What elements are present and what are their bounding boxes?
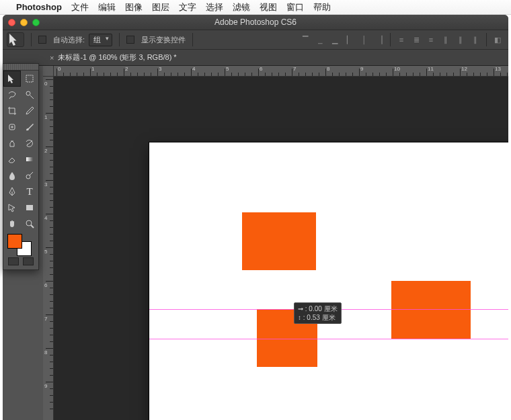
gradient-tool[interactable]	[21, 151, 38, 167]
distribute-hcenter-icon[interactable]: ∥	[454, 33, 467, 46]
align-right-icon[interactable]: ▕	[372, 33, 386, 46]
ruler-horizontal[interactable]: 012345678910111213	[54, 66, 508, 77]
measure-line-2: ↕ : 0.53 厘米	[298, 313, 338, 322]
shape-3[interactable]	[391, 281, 471, 339]
app-name[interactable]: Photoshop	[16, 2, 62, 12]
show-transform-label: 显示变换控件	[141, 35, 186, 45]
eraser-tool[interactable]	[3, 151, 21, 167]
menu-layer[interactable]: 图层	[152, 1, 169, 13]
screen-mode-toggle[interactable]	[23, 257, 34, 265]
auto-select-label: 自动选择:	[53, 35, 85, 45]
minimize-window-button[interactable]	[20, 19, 28, 26]
eyedropper-tool[interactable]	[21, 103, 38, 119]
move-tool[interactable]	[3, 71, 21, 87]
quickmask-toggle[interactable]	[8, 257, 19, 265]
artboard-tool[interactable]	[21, 71, 38, 87]
pen-tool[interactable]	[3, 183, 21, 200]
align-hcenter-icon[interactable]: │	[358, 33, 371, 46]
work-area: 012345678910111213 0123456789 ➞ : 0.00 厘…	[43, 66, 508, 420]
window-title: Adobe Photoshop CS6	[214, 17, 297, 27]
blur-tool[interactable]	[3, 167, 21, 183]
type-tool[interactable]: T	[21, 183, 38, 200]
menu-view[interactable]: 视图	[260, 1, 277, 13]
svg-point-1	[26, 91, 30, 95]
history-brush-tool[interactable]	[21, 135, 38, 151]
svg-rect-5	[26, 205, 33, 210]
divider	[31, 33, 32, 46]
menu-window[interactable]: 窗口	[286, 1, 304, 13]
foreground-color-swatch[interactable]	[7, 234, 22, 249]
zoom-tool[interactable]	[21, 216, 38, 232]
close-tab-icon[interactable]: ×	[50, 54, 54, 62]
hand-tool[interactable]	[3, 216, 21, 232]
path-select-tool[interactable]	[3, 200, 21, 216]
app-window: Adobe Photoshop CS6 自动选择: 组 显示变换控件 ▔ ⎯ ▁…	[3, 15, 508, 420]
options-bar: 自动选择: 组 显示变换控件 ▔ ⎯ ▁ ▏ │ ▕ ≡ ≣ ≡ ∥ ∥ ∥ ◧	[3, 30, 508, 50]
tools-grid: T	[3, 71, 38, 232]
menu-select[interactable]: 选择	[206, 1, 223, 13]
show-transform-checkbox[interactable]	[126, 36, 134, 44]
screen-mode-row	[3, 255, 38, 269]
spot-heal-tool[interactable]	[3, 119, 21, 135]
zoom-window-button[interactable]	[32, 19, 40, 26]
measure-tooltip: ➞ : 0.00 厘米 ↕ : 0.53 厘米	[294, 302, 342, 324]
auto-select-dropdown[interactable]: 组	[89, 34, 112, 46]
align-vcenter-icon[interactable]: ⎯	[313, 33, 327, 46]
distribute-vcenter-icon[interactable]: ≣	[409, 33, 423, 46]
divider	[390, 33, 391, 46]
menu-type[interactable]: 文字	[179, 1, 196, 13]
dodge-tool[interactable]	[21, 167, 38, 183]
svg-rect-0	[26, 75, 33, 82]
svg-rect-3	[26, 157, 33, 161]
align-top-icon[interactable]: ▔	[299, 33, 312, 46]
auto-select-checkbox[interactable]	[38, 36, 46, 44]
measure-line-1: ➞ : 0.00 厘米	[298, 304, 338, 313]
color-swatch	[3, 232, 38, 255]
document-tab[interactable]: × 未标题-1 @ 160% (矩形 3, RGB/8) *	[50, 52, 177, 62]
distribute-left-icon[interactable]: ∥	[439, 33, 453, 46]
smart-guide	[149, 339, 508, 339]
traffic-lights	[8, 19, 40, 26]
menu-file[interactable]: 文件	[71, 1, 89, 13]
current-tool-indicator[interactable]	[7, 32, 24, 47]
rectangle-tool[interactable]	[21, 200, 38, 216]
align-left-icon[interactable]: ▏	[343, 33, 356, 46]
crop-tool[interactable]	[3, 103, 21, 119]
clone-tool[interactable]	[3, 135, 21, 151]
distribute-right-icon[interactable]: ∥	[469, 33, 482, 46]
svg-point-6	[26, 220, 32, 226]
distribute-top-icon[interactable]: ≡	[395, 33, 408, 46]
tools-palette[interactable]: T	[3, 63, 39, 270]
ruler-vertical[interactable]: 0123456789	[43, 77, 54, 420]
divider	[119, 33, 120, 46]
quick-select-tool[interactable]	[21, 87, 38, 103]
align-bottom-icon[interactable]: ▁	[328, 33, 342, 46]
divider	[192, 33, 193, 46]
palette-grip[interactable]	[3, 64, 38, 71]
menu-help[interactable]: 帮助	[313, 1, 331, 13]
brush-tool[interactable]	[21, 119, 38, 135]
close-window-button[interactable]	[8, 19, 15, 26]
menu-edit[interactable]: 编辑	[98, 1, 116, 13]
lasso-tool[interactable]	[3, 87, 21, 103]
canvas[interactable]: ➞ : 0.00 厘米 ↕ : 0.53 厘米	[149, 142, 508, 420]
alignment-buttons: ▔ ⎯ ▁ ▏ │ ▕ ≡ ≣ ≡ ∥ ∥ ∥ ◧	[299, 33, 504, 46]
menu-image[interactable]: 图像	[125, 1, 143, 13]
ruler-corner[interactable]	[43, 66, 54, 77]
mac-menubar: Photoshop 文件 编辑 图像 图层 文字 选择 滤镜 视图 窗口 帮助	[0, 0, 511, 15]
document-tab-label: 未标题-1 @ 160% (矩形 3, RGB/8) *	[58, 52, 176, 62]
menu-filter[interactable]: 滤镜	[233, 1, 250, 13]
titlebar: Adobe Photoshop CS6	[3, 15, 508, 30]
3d-mode-icon[interactable]: ◧	[491, 33, 504, 46]
canvas-viewport[interactable]: ➞ : 0.00 厘米 ↕ : 0.53 厘米	[54, 77, 508, 420]
distribute-bottom-icon[interactable]: ≡	[424, 33, 438, 46]
divider	[486, 33, 487, 46]
document-tabs: × 未标题-1 @ 160% (矩形 3, RGB/8) *	[3, 50, 508, 66]
shape-1[interactable]	[242, 212, 316, 270]
